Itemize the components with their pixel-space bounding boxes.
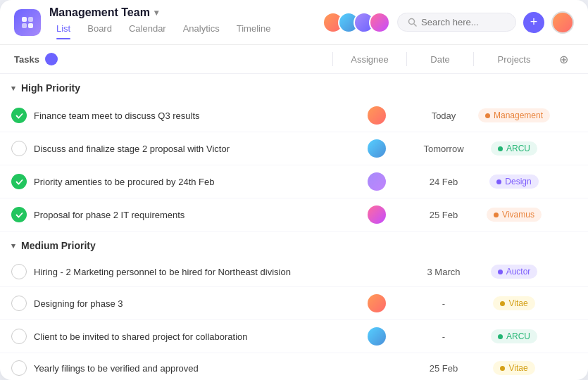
search-input[interactable] [421,17,506,27]
task-left: Discuss and finalize stage 2 proposal wi… [11,141,342,156]
badge-dot-icon [494,213,499,217]
task-name: Finance team meet to discuss Q3 results [34,110,200,121]
task-left: Proposal for phase 2 IT requirements [11,207,342,222]
table-row[interactable]: Yearly filings to be verified and approv… [0,353,588,380]
tab-timeline[interactable]: Timeline [230,22,278,38]
task-date-cell: 24 Feb [412,177,475,187]
table-row[interactable]: Proposal for phase 2 IT requirements 25 … [0,198,588,232]
task-date-cell: 25 Feb [412,363,475,374]
task-project-cell: Auctor [475,265,553,279]
table-row[interactable]: Designing for phase 3 - Vitae [0,287,588,320]
logo [14,9,41,36]
project-badge[interactable]: Vitae [493,296,534,310]
task-date-cell: - [412,298,475,309]
user-avatar [551,11,574,34]
col-tasks-label: Tasks [14,54,39,65]
task-name: Client to be invited to shared project f… [34,331,248,342]
task-avatar [368,139,386,158]
table-row[interactable]: Hiring - 2 Marketing personnel to be hir… [0,257,588,287]
check-icon[interactable] [11,264,27,279]
add-button[interactable]: + [523,12,544,33]
badge-dot-icon [500,301,505,306]
check-icon[interactable] [11,108,27,123]
col-separator [332,52,333,66]
badge-dot-icon [498,334,503,339]
task-assignee-cell [342,172,412,191]
task-left: Client to be invited to shared project f… [11,329,342,344]
title-nav: Management Team ▾ List Board Calendar An… [49,6,323,38]
task-name: Yearly filings to be verified and approv… [34,363,199,374]
project-badge[interactable]: Design [489,175,538,189]
task-avatar [368,205,386,224]
avatar [369,12,390,33]
svg-line-5 [414,24,416,26]
header-right: + [323,11,574,34]
search-bar[interactable] [397,13,516,32]
nav-tabs: List Board Calendar Analytics Timeline [49,22,323,38]
task-date-cell: Today [412,110,475,121]
svg-rect-0 [22,17,27,22]
sections-container: ▾ High Priority Finance team meet to dis… [0,74,588,380]
project-badge[interactable]: Vivamus [487,208,542,222]
task-avatar [368,106,386,125]
tab-calendar[interactable]: Calendar [122,22,173,38]
col-separator [406,52,407,66]
team-avatars [323,12,390,33]
table-header: Tasks Assignee Date Projects ⊕ [0,45,588,74]
table-row[interactable]: Finance team meet to discuss Q3 results … [0,99,588,132]
tab-list[interactable]: List [49,22,77,38]
priority-header-1[interactable]: ▾ Medium Priority [0,232,588,257]
tab-analytics[interactable]: Analytics [176,22,227,38]
project-badge[interactable]: Management [478,108,550,122]
table-row[interactable]: Priority amenties to be procured by 24th… [0,165,588,198]
check-icon[interactable] [11,296,27,311]
task-date-cell: 3 March [412,267,475,277]
badge-dot-icon [498,270,503,274]
tab-board[interactable]: Board [80,22,119,38]
task-left: Hiring - 2 Marketing personnel to be hir… [11,264,342,279]
task-name: Discuss and finalize stage 2 proposal wi… [34,144,230,154]
check-icon[interactable] [11,360,27,376]
task-left: Designing for phase 3 [11,296,342,311]
badge-dot-icon [498,146,503,151]
col-projects-header: Projects [475,54,553,65]
project-name: Management [494,110,543,120]
task-left: Yearly filings to be verified and approv… [11,360,342,376]
team-title: Management Team ▾ [49,6,323,19]
task-avatar [368,327,386,346]
table-row[interactable]: Client to be invited to shared project f… [0,320,588,353]
task-project-cell: ARCU [475,141,553,156]
project-badge[interactable]: Vitae [493,361,534,375]
chevron-down-icon: ▾ [11,241,15,251]
task-project-cell: Vitae [475,361,553,375]
task-project-cell: ARCU [475,329,553,343]
task-left: Priority amenties to be procured by 24th… [11,174,342,189]
add-col-button[interactable]: ⊕ [553,53,574,66]
header: Management Team ▾ List Board Calendar An… [0,0,588,45]
check-icon[interactable] [11,174,27,189]
app-window: Management Team ▾ List Board Calendar An… [0,0,588,380]
task-name: Proposal for phase 2 IT requirements [34,210,184,220]
project-badge[interactable]: ARCU [491,329,537,343]
check-icon[interactable] [11,329,27,344]
project-badge[interactable]: Auctor [491,265,538,279]
task-left: Finance team meet to discuss Q3 results [11,108,342,123]
project-name: Vivamus [502,210,534,220]
task-project-cell: Management [475,108,553,122]
main-content: Tasks Assignee Date Projects ⊕ ▾ High Pr… [0,45,588,380]
task-project-cell: Design [475,175,553,189]
table-row[interactable]: Discuss and finalize stage 2 proposal wi… [0,132,588,165]
priority-label: High Priority [21,82,80,94]
task-assignee-cell [342,106,412,125]
priority-header-0[interactable]: ▾ High Priority [0,74,588,99]
task-name: Priority amenties to be procured by 24th… [34,177,215,187]
check-icon[interactable] [11,141,27,156]
svg-rect-1 [28,17,33,22]
project-badge[interactable]: ARCU [491,141,537,156]
team-name: Management Team [49,6,150,19]
svg-point-4 [409,19,415,25]
badge-dot-icon [496,179,501,184]
chevron-down-icon[interactable]: ▾ [154,8,158,18]
check-icon[interactable] [11,207,27,222]
search-icon [408,18,417,27]
